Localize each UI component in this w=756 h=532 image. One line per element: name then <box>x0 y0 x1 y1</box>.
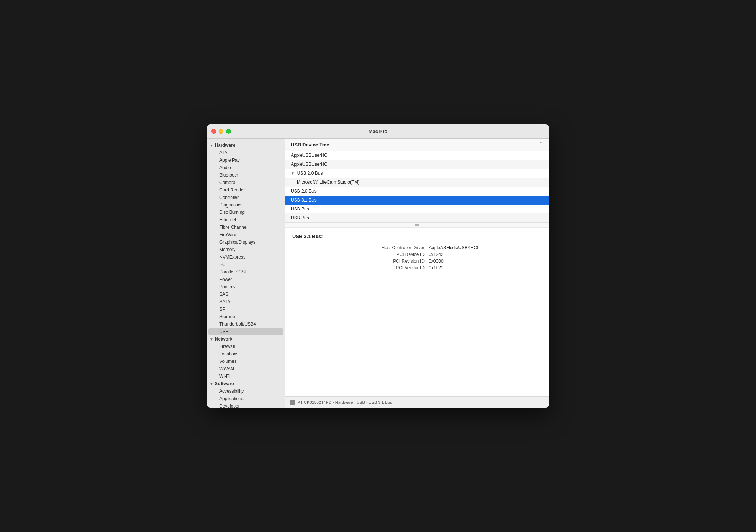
sidebar-item-sata[interactable]: SATA <box>208 298 283 305</box>
tree-item[interactable]: USB 3.1 Bus <box>285 196 549 205</box>
detail-row: PCI Vendor ID:0x1b21 <box>292 265 542 271</box>
sidebar-item-developer[interactable]: Developer <box>208 402 283 408</box>
detail-row: Host Controller Driver:AppleASMediaUSBXH… <box>292 244 542 251</box>
sidebar-item-storage[interactable]: Storage <box>208 313 283 320</box>
sidebar-item-apple-pay[interactable]: Apple Pay <box>208 156 283 164</box>
sidebar-item-fibre-channel[interactable]: Fibre Channel <box>208 224 283 231</box>
tree-item[interactable]: ▼ USB 2.0 Bus <box>285 169 549 178</box>
sidebar-section-hardware[interactable]: ▼ Hardware <box>207 142 285 149</box>
content-area: ▼ Hardware ATAApple PayAudioBluetoothCam… <box>207 139 549 408</box>
window-title: Mac Pro <box>369 129 388 134</box>
sidebar-item-thunderbolt-usb4[interactable]: Thunderbolt/USB4 <box>208 320 283 328</box>
collapse-button[interactable]: ⌃ <box>539 142 543 148</box>
minimize-button[interactable] <box>219 129 223 134</box>
sidebar: ▼ Hardware ATAApple PayAudioBluetoothCam… <box>207 139 285 408</box>
sidebar-item-wwan[interactable]: WWAN <box>208 365 283 373</box>
network-chevron-icon: ▼ <box>210 337 213 341</box>
detail-area: USB 3.1 Bus: Host Controller Driver:Appl… <box>285 228 549 396</box>
sidebar-item-nvmexpress[interactable]: NVMExpress <box>208 253 283 261</box>
detail-label: PCI Device ID: <box>292 251 429 258</box>
tree-item[interactable]: Microsoft® LifeCam Studio(TM) <box>285 178 549 187</box>
software-items-list: AccessibilityApplicationsDeveloperDisabl… <box>207 387 285 408</box>
traffic-lights <box>211 129 231 134</box>
detail-row: PCI Revision ID:0x0000 <box>292 258 542 265</box>
sidebar-item-diagnostics[interactable]: Diagnostics <box>208 201 283 209</box>
breadcrumb-bar: PT-CK01502T4PD › Hardware › USB › USB 3.… <box>285 396 549 408</box>
tree-item[interactable]: USB Bus <box>285 213 549 222</box>
sidebar-item-pci[interactable]: PCI <box>208 261 283 268</box>
detail-title: USB 3.1 Bus: <box>292 234 542 239</box>
sidebar-item-firewire[interactable]: FireWire <box>208 231 283 238</box>
sidebar-network-label: Network <box>215 336 232 342</box>
main-panel: USB Device Tree ⌃ AppleUSBUserHCIAppleUS… <box>285 139 549 408</box>
sidebar-item-parallel-scsi[interactable]: Parallel SCSI <box>208 268 283 276</box>
sidebar-item-camera[interactable]: Camera <box>208 179 283 186</box>
sidebar-item-graphics-displays[interactable]: Graphics/Displays <box>208 238 283 246</box>
sidebar-item-usb[interactable]: USB <box>208 328 283 335</box>
hardware-items-list: ATAApple PayAudioBluetoothCameraCard Rea… <box>207 149 285 335</box>
sidebar-item-controller[interactable]: Controller <box>208 194 283 201</box>
hardware-chevron-icon: ▼ <box>210 143 213 148</box>
tree-item[interactable]: AppleUSBUserHCI <box>285 160 549 169</box>
detail-table: Host Controller Driver:AppleASMediaUSBXH… <box>292 244 542 271</box>
sidebar-item-power[interactable]: Power <box>208 276 283 283</box>
usb-tree-list: AppleUSBUserHCIAppleUSBUserHCI▼ USB 2.0 … <box>285 151 549 223</box>
tree-item[interactable]: USB Bus <box>285 205 549 213</box>
sidebar-item-memory[interactable]: Memory <box>208 246 283 253</box>
sidebar-item-ethernet[interactable]: Ethernet <box>208 216 283 224</box>
sidebar-item-wi-fi[interactable]: Wi-Fi <box>208 373 283 380</box>
close-button[interactable] <box>211 129 216 134</box>
sidebar-item-disc-burning[interactable]: Disc Burning <box>208 209 283 216</box>
sidebar-item-printers[interactable]: Printers <box>208 283 283 291</box>
sidebar-item-ata[interactable]: ATA <box>208 149 283 156</box>
sidebar-item-firewall[interactable]: Firewall <box>208 343 283 350</box>
network-items-list: FirewallLocationsVolumesWWANWi-Fi <box>207 343 285 380</box>
sidebar-item-accessibility[interactable]: Accessibility <box>208 387 283 395</box>
sidebar-item-card-reader[interactable]: Card Reader <box>208 186 283 194</box>
sidebar-hardware-label: Hardware <box>215 143 235 148</box>
detail-value: AppleASMediaUSBXHCI <box>429 244 542 251</box>
breadcrumb-text: PT-CK01502T4PD › Hardware › USB › USB 3.… <box>298 400 392 405</box>
tree-item[interactable]: USB 2.0 Bus <box>285 187 549 196</box>
detail-row: PCI Device ID:0x1242 <box>292 251 542 258</box>
detail-value: 0x0000 <box>429 258 542 265</box>
main-window: Mac Pro ▼ Hardware ATAApple PayAudioBlue… <box>207 124 549 408</box>
titlebar: Mac Pro <box>207 124 549 139</box>
tree-toggle-icon: ▼ <box>291 171 296 175</box>
sidebar-item-locations[interactable]: Locations <box>208 350 283 358</box>
sidebar-item-audio[interactable]: Audio <box>208 164 283 171</box>
usb-tree-title: USB Device Tree <box>291 142 329 148</box>
sidebar-item-bluetooth[interactable]: Bluetooth <box>208 171 283 179</box>
detail-value: 0x1242 <box>429 251 542 258</box>
drive-icon <box>290 400 295 405</box>
sidebar-section-network[interactable]: ▼ Network <box>207 335 285 343</box>
detail-label: Host Controller Driver: <box>292 244 429 251</box>
tree-item[interactable]: AppleUSBUserHCI <box>285 151 549 160</box>
detail-label: PCI Revision ID: <box>292 258 429 265</box>
horizontal-scrollbar[interactable] <box>415 224 419 226</box>
software-chevron-icon: ▼ <box>210 382 213 386</box>
detail-label: PCI Vendor ID: <box>292 265 429 271</box>
sidebar-item-applications[interactable]: Applications <box>208 395 283 402</box>
detail-value: 0x1b21 <box>429 265 542 271</box>
sidebar-software-label: Software <box>215 381 234 386</box>
maximize-button[interactable] <box>226 129 231 134</box>
sidebar-section-software[interactable]: ▼ Software <box>207 380 285 387</box>
sidebar-item-volumes[interactable]: Volumes <box>208 358 283 365</box>
sidebar-item-spi[interactable]: SPI <box>208 305 283 313</box>
usb-tree-header: USB Device Tree ⌃ <box>285 139 549 151</box>
horizontal-scrollbar-area <box>285 223 549 228</box>
sidebar-item-sas[interactable]: SAS <box>208 291 283 298</box>
